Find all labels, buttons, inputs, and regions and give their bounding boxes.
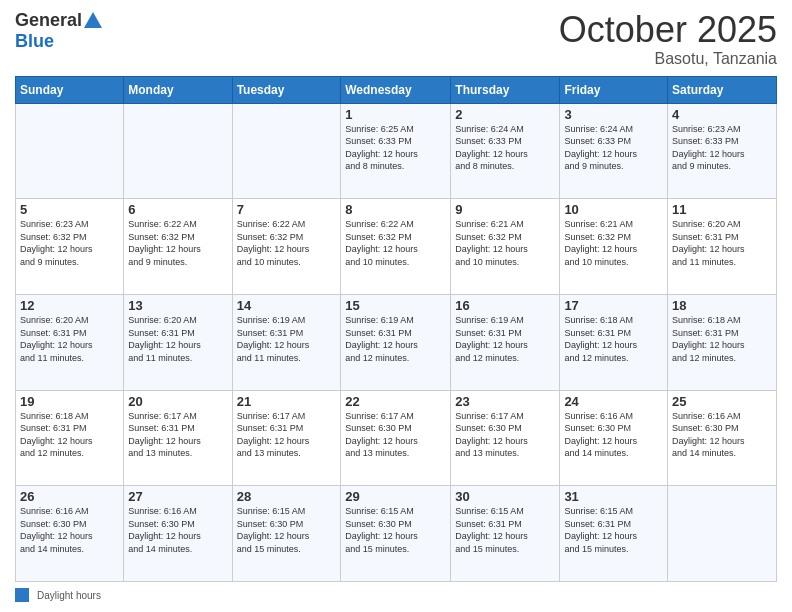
day-info: Sunrise: 6:16 AM Sunset: 6:30 PM Dayligh… xyxy=(20,505,119,555)
table-row: 10Sunrise: 6:21 AM Sunset: 6:32 PM Dayli… xyxy=(560,199,668,295)
day-info: Sunrise: 6:17 AM Sunset: 6:30 PM Dayligh… xyxy=(455,410,555,460)
day-number: 11 xyxy=(672,202,772,217)
day-info: Sunrise: 6:19 AM Sunset: 6:31 PM Dayligh… xyxy=(345,314,446,364)
day-info: Sunrise: 6:21 AM Sunset: 6:32 PM Dayligh… xyxy=(455,218,555,268)
weekday-header-row: Sunday Monday Tuesday Wednesday Thursday… xyxy=(16,76,777,103)
header-monday: Monday xyxy=(124,76,232,103)
day-number: 4 xyxy=(672,107,772,122)
day-number: 3 xyxy=(564,107,663,122)
table-row: 27Sunrise: 6:16 AM Sunset: 6:30 PM Dayli… xyxy=(124,486,232,582)
day-number: 31 xyxy=(564,489,663,504)
calendar-week-row: 5Sunrise: 6:23 AM Sunset: 6:32 PM Daylig… xyxy=(16,199,777,295)
day-info: Sunrise: 6:19 AM Sunset: 6:31 PM Dayligh… xyxy=(455,314,555,364)
day-info: Sunrise: 6:18 AM Sunset: 6:31 PM Dayligh… xyxy=(564,314,663,364)
day-number: 30 xyxy=(455,489,555,504)
day-info: Sunrise: 6:16 AM Sunset: 6:30 PM Dayligh… xyxy=(564,410,663,460)
day-info: Sunrise: 6:20 AM Sunset: 6:31 PM Dayligh… xyxy=(128,314,227,364)
day-number: 8 xyxy=(345,202,446,217)
day-number: 7 xyxy=(237,202,337,217)
month-title: October 2025 xyxy=(559,10,777,50)
footer-label: Daylight hours xyxy=(37,590,101,601)
table-row: 18Sunrise: 6:18 AM Sunset: 6:31 PM Dayli… xyxy=(668,294,777,390)
table-row: 16Sunrise: 6:19 AM Sunset: 6:31 PM Dayli… xyxy=(451,294,560,390)
table-row: 29Sunrise: 6:15 AM Sunset: 6:30 PM Dayli… xyxy=(341,486,451,582)
day-info: Sunrise: 6:15 AM Sunset: 6:31 PM Dayligh… xyxy=(455,505,555,555)
day-number: 16 xyxy=(455,298,555,313)
table-row xyxy=(668,486,777,582)
day-info: Sunrise: 6:17 AM Sunset: 6:31 PM Dayligh… xyxy=(128,410,227,460)
day-info: Sunrise: 6:15 AM Sunset: 6:30 PM Dayligh… xyxy=(237,505,337,555)
day-info: Sunrise: 6:22 AM Sunset: 6:32 PM Dayligh… xyxy=(237,218,337,268)
day-info: Sunrise: 6:23 AM Sunset: 6:33 PM Dayligh… xyxy=(672,123,772,173)
day-info: Sunrise: 6:24 AM Sunset: 6:33 PM Dayligh… xyxy=(564,123,663,173)
table-row: 13Sunrise: 6:20 AM Sunset: 6:31 PM Dayli… xyxy=(124,294,232,390)
table-row: 12Sunrise: 6:20 AM Sunset: 6:31 PM Dayli… xyxy=(16,294,124,390)
day-info: Sunrise: 6:18 AM Sunset: 6:31 PM Dayligh… xyxy=(672,314,772,364)
table-row: 9Sunrise: 6:21 AM Sunset: 6:32 PM Daylig… xyxy=(451,199,560,295)
day-number: 22 xyxy=(345,394,446,409)
logo-text-blue: Blue xyxy=(15,32,104,52)
logo: General Blue xyxy=(15,10,104,52)
table-row: 31Sunrise: 6:15 AM Sunset: 6:31 PM Dayli… xyxy=(560,486,668,582)
table-row: 1Sunrise: 6:25 AM Sunset: 6:33 PM Daylig… xyxy=(341,103,451,199)
table-row: 30Sunrise: 6:15 AM Sunset: 6:31 PM Dayli… xyxy=(451,486,560,582)
title-block: October 2025 Basotu, Tanzania xyxy=(559,10,777,68)
calendar-week-row: 26Sunrise: 6:16 AM Sunset: 6:30 PM Dayli… xyxy=(16,486,777,582)
day-number: 9 xyxy=(455,202,555,217)
table-row xyxy=(16,103,124,199)
header-sunday: Sunday xyxy=(16,76,124,103)
day-info: Sunrise: 6:16 AM Sunset: 6:30 PM Dayligh… xyxy=(672,410,772,460)
logo-text-general: General xyxy=(15,11,82,31)
day-number: 24 xyxy=(564,394,663,409)
day-info: Sunrise: 6:19 AM Sunset: 6:31 PM Dayligh… xyxy=(237,314,337,364)
calendar-body: 1Sunrise: 6:25 AM Sunset: 6:33 PM Daylig… xyxy=(16,103,777,581)
day-number: 12 xyxy=(20,298,119,313)
day-number: 26 xyxy=(20,489,119,504)
day-number: 27 xyxy=(128,489,227,504)
footer: Daylight hours xyxy=(15,588,777,602)
header: General Blue October 2025 Basotu, Tanzan… xyxy=(15,10,777,68)
day-info: Sunrise: 6:15 AM Sunset: 6:30 PM Dayligh… xyxy=(345,505,446,555)
table-row: 17Sunrise: 6:18 AM Sunset: 6:31 PM Dayli… xyxy=(560,294,668,390)
calendar-week-row: 19Sunrise: 6:18 AM Sunset: 6:31 PM Dayli… xyxy=(16,390,777,486)
day-info: Sunrise: 6:20 AM Sunset: 6:31 PM Dayligh… xyxy=(20,314,119,364)
table-row: 15Sunrise: 6:19 AM Sunset: 6:31 PM Dayli… xyxy=(341,294,451,390)
table-row: 8Sunrise: 6:22 AM Sunset: 6:32 PM Daylig… xyxy=(341,199,451,295)
day-info: Sunrise: 6:17 AM Sunset: 6:31 PM Dayligh… xyxy=(237,410,337,460)
day-info: Sunrise: 6:24 AM Sunset: 6:33 PM Dayligh… xyxy=(455,123,555,173)
day-info: Sunrise: 6:18 AM Sunset: 6:31 PM Dayligh… xyxy=(20,410,119,460)
table-row: 14Sunrise: 6:19 AM Sunset: 6:31 PM Dayli… xyxy=(232,294,341,390)
table-row: 19Sunrise: 6:18 AM Sunset: 6:31 PM Dayli… xyxy=(16,390,124,486)
header-saturday: Saturday xyxy=(668,76,777,103)
day-info: Sunrise: 6:16 AM Sunset: 6:30 PM Dayligh… xyxy=(128,505,227,555)
day-number: 18 xyxy=(672,298,772,313)
day-number: 13 xyxy=(128,298,227,313)
day-number: 5 xyxy=(20,202,119,217)
day-number: 2 xyxy=(455,107,555,122)
table-row: 21Sunrise: 6:17 AM Sunset: 6:31 PM Dayli… xyxy=(232,390,341,486)
table-row xyxy=(124,103,232,199)
table-row: 24Sunrise: 6:16 AM Sunset: 6:30 PM Dayli… xyxy=(560,390,668,486)
header-wednesday: Wednesday xyxy=(341,76,451,103)
day-info: Sunrise: 6:25 AM Sunset: 6:33 PM Dayligh… xyxy=(345,123,446,173)
table-row: 7Sunrise: 6:22 AM Sunset: 6:32 PM Daylig… xyxy=(232,199,341,295)
table-row xyxy=(232,103,341,199)
header-tuesday: Tuesday xyxy=(232,76,341,103)
header-thursday: Thursday xyxy=(451,76,560,103)
table-row: 6Sunrise: 6:22 AM Sunset: 6:32 PM Daylig… xyxy=(124,199,232,295)
calendar-table: Sunday Monday Tuesday Wednesday Thursday… xyxy=(15,76,777,582)
calendar-week-row: 12Sunrise: 6:20 AM Sunset: 6:31 PM Dayli… xyxy=(16,294,777,390)
day-info: Sunrise: 6:22 AM Sunset: 6:32 PM Dayligh… xyxy=(128,218,227,268)
day-number: 1 xyxy=(345,107,446,122)
day-number: 6 xyxy=(128,202,227,217)
table-row: 23Sunrise: 6:17 AM Sunset: 6:30 PM Dayli… xyxy=(451,390,560,486)
footer-box-icon xyxy=(15,588,29,602)
day-info: Sunrise: 6:20 AM Sunset: 6:31 PM Dayligh… xyxy=(672,218,772,268)
day-number: 15 xyxy=(345,298,446,313)
day-number: 28 xyxy=(237,489,337,504)
day-number: 17 xyxy=(564,298,663,313)
table-row: 26Sunrise: 6:16 AM Sunset: 6:30 PM Dayli… xyxy=(16,486,124,582)
table-row: 25Sunrise: 6:16 AM Sunset: 6:30 PM Dayli… xyxy=(668,390,777,486)
day-info: Sunrise: 6:15 AM Sunset: 6:31 PM Dayligh… xyxy=(564,505,663,555)
table-row: 2Sunrise: 6:24 AM Sunset: 6:33 PM Daylig… xyxy=(451,103,560,199)
